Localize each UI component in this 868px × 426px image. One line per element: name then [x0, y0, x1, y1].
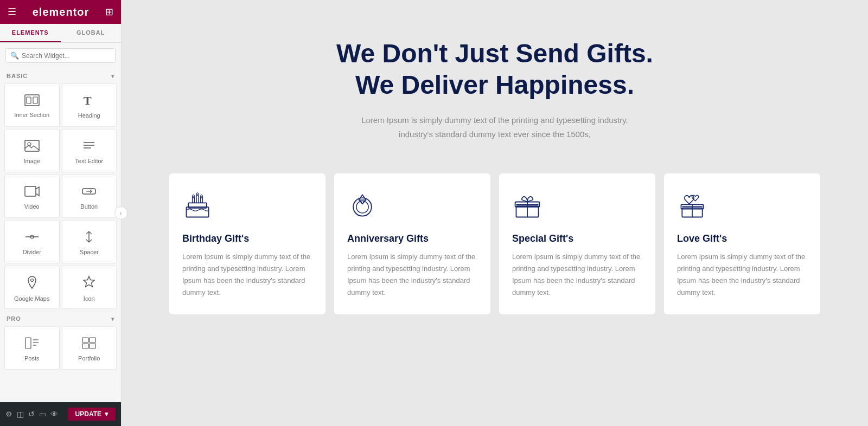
svg-rect-1: [27, 97, 31, 104]
main-content: We Don't Just Send Gifts. We Deliver Hap…: [122, 0, 868, 426]
svg-rect-4: [25, 140, 39, 151]
widget-image[interactable]: Image: [4, 129, 60, 172]
settings-icon[interactable]: ⚙: [5, 410, 12, 418]
widget-divider[interactable]: Divider: [4, 220, 60, 263]
hero-section: We Don't Just Send Gifts. We Deliver Hap…: [251, 22, 739, 163]
widget-label-google-maps: Google Maps: [14, 295, 49, 302]
history-icon[interactable]: ↺: [28, 410, 35, 418]
widget-label-icon: Icon: [84, 295, 95, 302]
widget-label-spacer: Spacer: [80, 249, 99, 255]
inner-section-icon: [24, 94, 40, 108]
svg-point-31: [201, 195, 203, 198]
tab-global[interactable]: GLOBAL: [61, 24, 122, 42]
svg-rect-0: [25, 95, 39, 106]
spacer-icon: [81, 230, 97, 246]
card-birthday: Birthday Gift's Lorem Ipsum is simply du…: [169, 173, 326, 314]
widget-video[interactable]: Video: [4, 175, 60, 218]
tab-elements[interactable]: ELEMENTS: [0, 24, 61, 42]
widget-label-button: Button: [80, 203, 98, 210]
svg-rect-20: [82, 338, 88, 343]
widget-button[interactable]: Button: [62, 175, 117, 218]
card-anniversary-title: Anniversary Gifts: [347, 233, 477, 244]
bottom-icons: ⚙ ◫ ↺ ▭ 👁: [5, 410, 58, 418]
hero-subtitle: Lorem Ipsum is simply dummy text of the …: [332, 113, 658, 141]
svg-point-5: [28, 143, 31, 146]
svg-text:T: T: [84, 94, 92, 107]
hero-title-line1: We Don't Just Send Gifts.: [261, 38, 728, 69]
sidebar-bottom-bar: ⚙ ◫ ↺ ▭ 👁 UPDATE ▾: [0, 402, 121, 426]
eye-icon[interactable]: 👁: [50, 410, 58, 418]
svg-rect-16: [25, 338, 31, 348]
widget-inner-section[interactable]: Inner Section: [4, 83, 60, 127]
card-anniversary: Anniversary Gifts Lorem Ipsum is simply …: [334, 173, 490, 314]
hamburger-icon[interactable]: ☰: [8, 6, 16, 18]
card-special-text: Lorem Ipsum is simply dummy text of the …: [512, 251, 642, 299]
divider-icon: [24, 230, 40, 246]
sidebar-tabs: ELEMENTS GLOBAL: [0, 24, 121, 43]
image-icon: [24, 139, 40, 154]
icon-widget-icon: [81, 275, 97, 292]
card-love: Love Gift's Lorem Ipsum is simply dummy …: [664, 173, 820, 314]
hero-title: We Don't Just Send Gifts. We Deliver Hap…: [261, 38, 728, 100]
widget-icon[interactable]: Icon: [62, 266, 117, 309]
svg-rect-22: [82, 344, 88, 348]
posts-icon: [24, 337, 40, 352]
widget-label-divider: Divider: [23, 249, 41, 255]
card-birthday-title: Birthday Gift's: [182, 233, 312, 244]
widget-heading[interactable]: T Heading: [62, 83, 117, 127]
birthday-icon: [182, 191, 312, 233]
widget-label-video: Video: [24, 203, 40, 210]
widget-portfolio[interactable]: Portfolio: [62, 326, 117, 370]
widget-posts[interactable]: Posts: [4, 326, 60, 370]
video-icon: [24, 185, 40, 200]
google-maps-icon: [24, 275, 40, 292]
text-editor-icon: [81, 139, 97, 154]
pro-widgets-grid: Posts Portfolio: [0, 324, 121, 372]
widget-label-portfolio: Portfolio: [78, 355, 100, 362]
svg-point-33: [356, 201, 368, 213]
card-special-title: Special Gift's: [512, 233, 642, 244]
update-chevron-icon: ▾: [105, 410, 108, 418]
widget-spacer[interactable]: Spacer: [62, 220, 117, 263]
search-box: 🔍: [5, 48, 116, 63]
section-label-pro: PRO ▾: [0, 311, 121, 324]
hero-title-line2: We Deliver Happiness.: [261, 69, 728, 101]
elementor-logo: elementor: [33, 6, 90, 18]
svg-point-30: [196, 193, 199, 196]
widget-label-heading: Heading: [78, 112, 100, 119]
update-button[interactable]: UPDATE ▾: [68, 408, 116, 421]
cards-section: Birthday Gift's Lorem Ipsum is simply du…: [169, 163, 820, 325]
widget-label-posts: Posts: [24, 355, 40, 362]
sidebar-header: ☰ elementor ⊞: [0, 0, 121, 24]
widget-label-text-editor: Text Editor: [75, 158, 103, 164]
card-love-text: Lorem Ipsum is simply dummy text of the …: [677, 251, 807, 299]
widget-label-image: Image: [23, 158, 40, 164]
button-icon: [81, 185, 97, 200]
collapse-sidebar-button[interactable]: ‹: [114, 206, 127, 220]
special-icon: [512, 191, 642, 233]
layers-icon[interactable]: ◫: [17, 410, 24, 418]
widget-label-inner-section: Inner Section: [14, 112, 49, 118]
svg-rect-21: [90, 338, 95, 343]
card-love-title: Love Gift's: [677, 233, 807, 244]
chevron-down-pro-icon[interactable]: ▾: [111, 316, 114, 322]
svg-rect-23: [90, 344, 95, 348]
svg-rect-9: [25, 186, 36, 196]
search-input[interactable]: [22, 52, 111, 60]
anniversary-icon: [347, 191, 477, 233]
basic-widgets-grid: Inner Section T Heading: [0, 81, 121, 311]
svg-rect-2: [33, 97, 37, 104]
heading-icon: T: [81, 94, 97, 109]
responsive-icon[interactable]: ▭: [39, 410, 46, 418]
widget-text-editor[interactable]: Text Editor: [62, 129, 117, 172]
search-icon: 🔍: [10, 51, 19, 60]
widgets-scroll: BASIC ▾ Inner Section T: [0, 68, 121, 402]
love-icon: [677, 191, 807, 233]
grid-icon[interactable]: ⊞: [105, 6, 113, 18]
widget-google-maps[interactable]: Google Maps: [4, 266, 60, 309]
chevron-down-icon[interactable]: ▾: [111, 73, 114, 79]
portfolio-icon: [81, 337, 97, 352]
section-label-basic: BASIC ▾: [0, 68, 121, 81]
card-special: Special Gift's Lorem Ipsum is simply dum…: [499, 173, 655, 314]
svg-point-29: [193, 195, 195, 198]
